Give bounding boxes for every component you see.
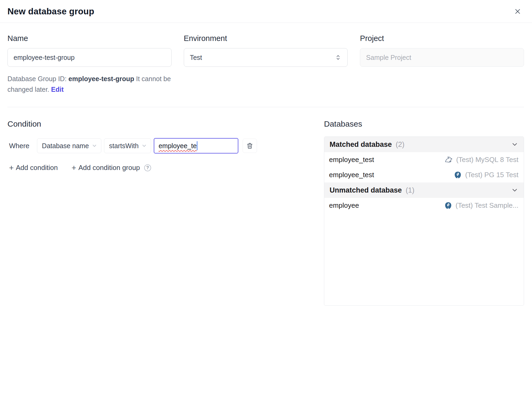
text-caret [197, 141, 197, 150]
postgresql-icon [444, 201, 452, 210]
plus-icon: + [72, 164, 76, 172]
database-row[interactable]: employee_test (Test) MySQL 8 Test [324, 152, 524, 167]
help-icon: ? [144, 164, 151, 171]
postgresql-icon [454, 171, 462, 179]
environment-field-block: Environment Test [184, 34, 348, 95]
group-title: Unmatched database [330, 186, 402, 194]
where-label: Where [9, 142, 30, 150]
group-id-value: employee-test-group [68, 75, 134, 82]
plus-icon: + [9, 164, 14, 172]
group-count: (2) [396, 140, 405, 148]
edit-link[interactable]: Edit [51, 86, 64, 93]
name-label: Name [7, 34, 172, 43]
condition-field-select[interactable]: Database name [37, 138, 102, 153]
close-button[interactable] [512, 6, 523, 17]
add-condition-group-button[interactable]: + Add condition group ? [72, 164, 151, 172]
page-title: New database group [7, 6, 94, 16]
environment-select[interactable]: Test [184, 48, 348, 67]
add-condition-group-label: Add condition group [78, 164, 140, 172]
name-field-block: Name Database Group ID: employee-test-gr… [7, 34, 172, 95]
databases-panel: Matched database (2) employee_test [324, 136, 524, 306]
instance-label: (Test) Test Sample... [456, 201, 519, 210]
name-input[interactable] [7, 48, 172, 67]
project-label: Project [360, 34, 524, 43]
environment-select-value: Test [190, 54, 202, 61]
condition-operator-select[interactable]: startsWith [104, 138, 151, 153]
trash-icon [246, 142, 253, 149]
add-condition-label: Add condition [16, 164, 58, 172]
chevron-down-icon [141, 143, 147, 149]
project-input [360, 48, 524, 67]
condition-row: Where Database name startsWith e [9, 138, 311, 153]
condition-section: Condition Where Database name startsWith [7, 107, 311, 306]
database-row[interactable]: employee (Test) Test Sample... [324, 198, 524, 213]
instance-label: (Test) MySQL 8 Test [456, 156, 518, 164]
database-name: employee [329, 201, 359, 210]
mysql-icon [444, 156, 453, 164]
add-condition-button[interactable]: + Add condition [9, 164, 58, 172]
close-icon [514, 7, 522, 15]
chevron-down-icon [511, 186, 518, 194]
database-name: employee_test [329, 156, 374, 164]
chevron-down-icon [92, 143, 97, 149]
environment-label: Environment [184, 34, 348, 43]
condition-field-select-value: Database name [42, 142, 89, 150]
delete-condition-button[interactable] [243, 139, 257, 153]
condition-actions-row: + Add condition + Add condition group ? [9, 164, 311, 172]
condition-operator-select-value: startsWith [109, 142, 139, 150]
condition-value-input[interactable]: employee_te [154, 138, 238, 153]
select-updown-icon [335, 54, 342, 61]
group-form: Name Database Group ID: employee-test-gr… [0, 23, 532, 95]
group-title: Matched database [330, 140, 392, 148]
unmatched-database-header[interactable]: Unmatched database (1) [324, 182, 524, 198]
condition-heading: Condition [7, 119, 311, 128]
databases-section: Databases Matched database (2) employee_… [324, 107, 524, 306]
database-row[interactable]: employee_test (Test) PG 15 Test [324, 167, 524, 182]
group-id-note: Database Group ID: employee-test-group I… [7, 74, 172, 95]
project-field-block: Project [360, 34, 524, 95]
matched-database-header[interactable]: Matched database (2) [324, 137, 524, 152]
group-id-note-prefix: Database Group ID: [7, 75, 68, 82]
instance-label: (Test) PG 15 Test [465, 171, 518, 179]
databases-heading: Databases [324, 119, 524, 128]
database-name: employee_test [329, 171, 374, 179]
chevron-down-icon [511, 141, 518, 148]
condition-value-text: employee_te [159, 142, 197, 150]
dialog-header: New database group [0, 0, 532, 23]
group-count: (1) [406, 186, 414, 194]
